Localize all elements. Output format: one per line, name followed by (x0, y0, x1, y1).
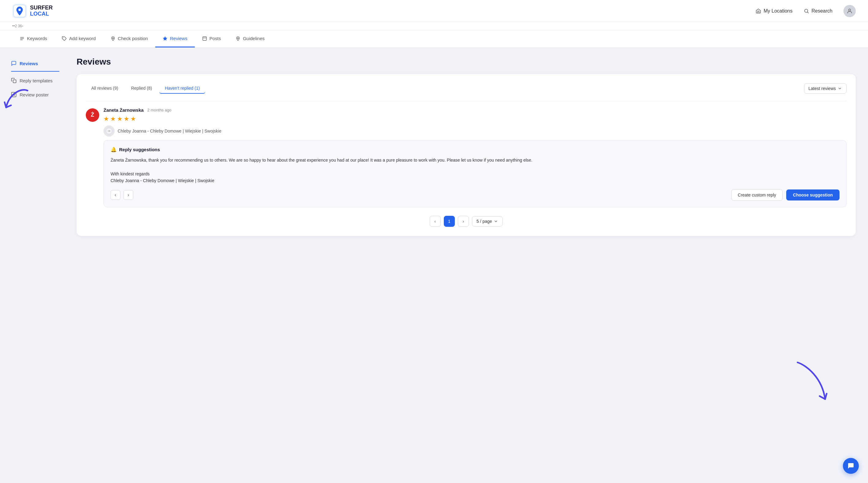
reviews-card: All reviews (9) Replied (8) Haven't repl… (76, 74, 856, 236)
search-icon (804, 8, 809, 14)
reviewer-avatar: Ż (86, 108, 99, 122)
star-icon (163, 36, 167, 41)
tab-replied[interactable]: Replied (8) (126, 83, 157, 94)
pagination-page-1[interactable]: 1 (444, 216, 455, 227)
tab-check-position[interactable]: Check position (103, 30, 155, 47)
per-page-select[interactable]: 5 / page (472, 216, 503, 226)
reviewer-name: Żaneta Żarnowska (103, 107, 144, 112)
posts-icon (202, 36, 207, 41)
review-stars: ★ ★ ★ ★ ★ (103, 115, 172, 122)
sidebar-active-underline (11, 71, 59, 72)
business-name: Chleby Joanna - Chleby Domowe | Wiejskie… (118, 129, 221, 133)
tab-guidelines[interactable]: Guidelines (228, 30, 272, 47)
svg-point-6 (113, 37, 114, 39)
suggestion-text: Żaneta Żarnowska, thank you for recommen… (111, 157, 839, 184)
guidelines-icon (236, 36, 241, 41)
svg-point-4 (849, 9, 851, 11)
list-icon (20, 36, 25, 41)
pin-icon (111, 36, 116, 41)
tag-icon (62, 36, 67, 41)
tab-reviews[interactable]: Reviews (155, 30, 195, 47)
business-icon-row: CB Chleby Joanna - Chleby Domowe | Wiejs… (103, 126, 846, 136)
user-avatar[interactable] (843, 5, 856, 17)
svg-point-2 (19, 8, 21, 11)
suggestion-header: 🔔 Reply suggestions (111, 147, 839, 153)
chat-bubble-icon (847, 462, 855, 470)
user-icon (846, 8, 853, 14)
svg-rect-9 (13, 80, 16, 83)
main-layout: Reviews Reply templates Review poster Re… (0, 48, 868, 481)
review-header: Ż Żaneta Żarnowska 2 months ago ★ ★ ★ ★ … (86, 107, 846, 122)
business-logo-icon: CB (106, 128, 113, 134)
pagination-row: ‹ 1 › 5 / page (86, 216, 846, 227)
sidebar: Reviews Reply templates Review poster (0, 48, 70, 481)
page-title: Reviews (76, 57, 856, 67)
review-tabs-row: All reviews (9) Replied (8) Haven't repl… (86, 83, 846, 94)
svg-rect-7 (203, 37, 207, 40)
tab-add-keyword[interactable]: Add keyword (55, 30, 103, 47)
suggestion-box: 🔔 Reply suggestions Żaneta Żarnowska, th… (103, 140, 846, 207)
svg-point-3 (805, 9, 808, 12)
create-custom-reply-button[interactable]: Create custom reply (732, 189, 782, 201)
suggestion-footer: ‹ › Create custom reply Choose suggestio… (111, 189, 839, 201)
suggestion-icon: 🔔 (111, 147, 117, 153)
star-4: ★ (124, 115, 129, 122)
choose-suggestion-button[interactable]: Choose suggestion (786, 190, 839, 200)
chevron-down-icon (838, 86, 842, 91)
tab-posts[interactable]: Posts (195, 30, 228, 47)
suggestion-actions: Create custom reply Choose suggestion (732, 189, 839, 201)
tab-all-reviews[interactable]: All reviews (9) (86, 83, 124, 94)
header: SURFER LOCAL My Locations Research (0, 0, 868, 22)
sort-dropdown[interactable]: Latest reviews (804, 83, 846, 94)
tab-keywords[interactable]: Keywords (12, 30, 55, 47)
star-1: ★ (103, 115, 109, 122)
review-tabs: All reviews (9) Replied (8) Haven't repl… (86, 83, 205, 94)
reviewer-info: Żaneta Żarnowska 2 months ago ★ ★ ★ ★ ★ (103, 107, 172, 122)
chat-button[interactable] (843, 458, 859, 474)
tab-havent-replied[interactable]: Haven't replied (1) (159, 83, 205, 94)
tab-navigation: Keywords Add keyword Check position Revi… (0, 30, 868, 48)
business-logo: CB (103, 126, 115, 136)
svg-point-8 (237, 37, 239, 39)
header-nav: My Locations Research (755, 5, 856, 17)
svg-point-5 (63, 37, 64, 38)
pagination-next[interactable]: › (458, 216, 469, 227)
star-2: ★ (110, 115, 116, 122)
star-5: ★ (130, 115, 136, 122)
review-time: 2 months ago (147, 108, 172, 112)
logo-icon (12, 4, 27, 19)
reply-section: CB Chleby Joanna - Chleby Domowe | Wiejs… (103, 126, 846, 207)
suggestion-next-button[interactable]: › (123, 190, 133, 200)
arrow-annotation-left (3, 85, 31, 113)
star-3: ★ (117, 115, 123, 122)
svg-text:CB: CB (108, 130, 110, 132)
review-item: Ż Żaneta Żarnowska 2 months ago ★ ★ ★ ★ … (86, 101, 846, 207)
per-page-chevron-icon (494, 219, 498, 223)
pagination-prev[interactable]: ‹ (430, 216, 441, 227)
logo-text: SURFER LOCAL (30, 5, 53, 17)
nav-my-locations[interactable]: My Locations (755, 8, 792, 14)
copy-icon (11, 78, 17, 83)
sidebar-item-reviews[interactable]: Reviews (6, 57, 64, 70)
nav-arrows: ‹ › (111, 190, 133, 200)
location-bar: ••2 36› (0, 22, 868, 30)
suggestion-prev-button[interactable]: ‹ (111, 190, 120, 200)
chat-icon (11, 61, 17, 66)
main-content: Reviews All reviews (9) Replied (8) Have… (70, 48, 868, 481)
logo[interactable]: SURFER LOCAL (12, 4, 53, 19)
home-icon (755, 8, 761, 14)
nav-research[interactable]: Research (804, 8, 833, 14)
